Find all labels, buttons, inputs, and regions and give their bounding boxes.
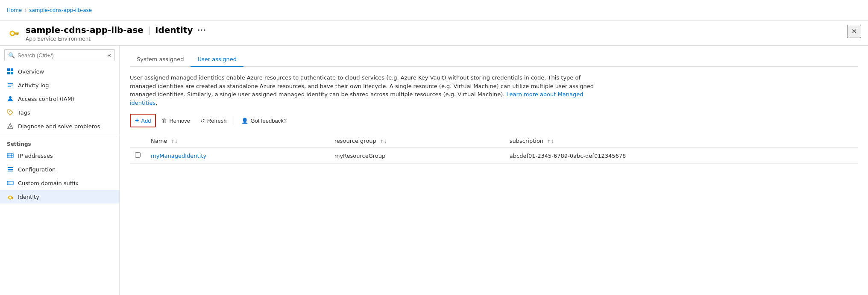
svg-rect-7 [11, 68, 13, 71]
main-layout: 🔍 « Overview Activity log Access control… [0, 46, 868, 295]
trash-icon: 🗑 [161, 118, 167, 124]
overview-label: Overview [18, 68, 44, 75]
overview-icon [7, 68, 14, 75]
ip-icon [7, 152, 14, 159]
search-icon: 🔍 [8, 52, 15, 59]
diagnose-icon [7, 123, 14, 130]
row-checkbox[interactable] [135, 152, 141, 158]
activity-icon [7, 82, 14, 88]
sidebar-item-overview[interactable]: Overview [0, 65, 119, 78]
breadcrumb-home[interactable]: Home [7, 7, 22, 13]
svg-rect-10 [8, 83, 13, 84]
svg-point-14 [9, 111, 10, 112]
svg-rect-28 [12, 197, 13, 198]
resource-icon [7, 26, 21, 39]
tab-user-assigned[interactable]: User assigned [191, 53, 243, 67]
svg-point-27 [9, 197, 12, 199]
search-input[interactable] [18, 52, 103, 59]
sidebar-item-tags[interactable]: Tags [0, 106, 119, 119]
sidebar-item-custom-domain[interactable]: Custom domain suffix [0, 176, 119, 190]
title-divider: | [148, 25, 151, 35]
identity-label: Identity [18, 194, 39, 200]
custom-domain-label: Custom domain suffix [18, 180, 79, 186]
sort-rg-icon: ↑↓ [380, 139, 387, 144]
identity-link[interactable]: myManagedIdentity [151, 153, 206, 159]
resource-name: sample-cdns-app-ilb-ase [26, 25, 144, 35]
identity-icon [7, 193, 14, 200]
svg-point-2 [11, 32, 14, 35]
col-checkbox [130, 134, 146, 148]
row-checkbox-cell[interactable] [130, 148, 146, 164]
row-resource-group: myResourceGroup [334, 153, 386, 159]
tab-system-assigned[interactable]: System assigned [130, 53, 191, 67]
add-label: Add [141, 118, 151, 124]
iam-icon [7, 95, 14, 102]
svg-rect-9 [11, 72, 13, 74]
page-header: sample-cdns-app-ilb-ase | Identity ··· A… [0, 21, 868, 46]
table-body: myManagedIdentity myResourceGroup abcdef… [130, 148, 858, 164]
toolbar-divider [234, 116, 234, 125]
row-name-cell: myManagedIdentity [146, 148, 329, 164]
sort-sub-icon: ↑↓ [547, 139, 554, 144]
svg-rect-6 [7, 68, 10, 71]
breadcrumb: Home › sample-cdns-app-ilb-ase [7, 7, 92, 13]
diagnose-label: Diagnose and solve problems [18, 123, 100, 130]
svg-rect-12 [8, 86, 11, 87]
col-name[interactable]: Name ↑↓ [146, 134, 329, 148]
activity-log-label: Activity log [18, 82, 49, 88]
iam-label: Access control (IAM) [18, 96, 74, 102]
ip-label: IP addresses [18, 153, 53, 159]
row-sub-cell: abcdef01-2345-6789-0abc-def012345678 [504, 148, 858, 164]
sidebar-item-iam[interactable]: Access control (IAM) [0, 92, 119, 106]
page-title: sample-cdns-app-ilb-ase | Identity ··· [26, 25, 842, 35]
svg-rect-4 [17, 34, 18, 35]
svg-rect-11 [8, 85, 13, 86]
feedback-button[interactable]: 👤 Got feedback? [237, 115, 291, 127]
description-text: User assigned managed identities enable … [130, 74, 600, 107]
svg-rect-5 [15, 34, 17, 35]
close-button[interactable]: ✕ [847, 25, 861, 38]
svg-rect-21 [8, 167, 13, 168]
sort-name-icon: ↑↓ [171, 139, 178, 144]
breadcrumb-bar: Home › sample-cdns-app-ilb-ase [0, 0, 868, 21]
sidebar-item-diagnose[interactable]: Diagnose and solve problems [0, 119, 119, 133]
domain-icon [7, 180, 14, 186]
refresh-button[interactable]: ↺ Refresh [196, 115, 232, 127]
feedback-label: Got feedback? [250, 118, 287, 124]
section-name: Identity [155, 25, 193, 35]
tags-label: Tags [18, 109, 30, 116]
sidebar-item-activity-log[interactable]: Activity log [0, 78, 119, 92]
resource-type: App Service Environment [26, 36, 842, 42]
svg-rect-23 [8, 171, 13, 171]
row-rg-cell: myResourceGroup [329, 148, 504, 164]
sidebar-item-ip-addresses[interactable]: IP addresses [0, 149, 119, 162]
config-label: Configuration [18, 166, 56, 173]
col-subscription[interactable]: subscription ↑↓ [504, 134, 858, 148]
svg-rect-3 [15, 32, 19, 34]
add-icon: + [135, 117, 139, 124]
col-resource-group[interactable]: resource group ↑↓ [329, 134, 504, 148]
settings-section-label: Settings [0, 137, 119, 149]
breadcrumb-resource[interactable]: sample-cdns-app-ilb-ase [29, 7, 92, 13]
content-area: System assigned User assigned User assig… [120, 46, 868, 295]
svg-point-16 [10, 127, 11, 128]
more-options[interactable]: ··· [197, 26, 206, 35]
sidebar-item-configuration[interactable]: Configuration [0, 162, 119, 176]
svg-point-13 [9, 96, 12, 99]
table-header: Name ↑↓ resource group ↑↓ subscription ↑… [130, 134, 858, 148]
config-icon [7, 166, 14, 173]
identity-table: Name ↑↓ resource group ↑↓ subscription ↑… [130, 134, 858, 164]
svg-rect-8 [7, 72, 10, 74]
sidebar: 🔍 « Overview Activity log Access control… [0, 46, 120, 295]
toolbar: + Add 🗑 Remove ↺ Refresh 👤 Got feedback? [130, 114, 858, 127]
collapse-button[interactable]: « [107, 52, 111, 59]
header-title-area: sample-cdns-app-ilb-ase | Identity ··· A… [26, 25, 842, 42]
tabs-container: System assigned User assigned [130, 53, 858, 67]
sidebar-divider [0, 135, 119, 135]
remove-button[interactable]: 🗑 Remove [157, 115, 194, 127]
add-button[interactable]: + Add [130, 114, 156, 127]
search-box[interactable]: 🔍 « [4, 49, 115, 61]
svg-rect-22 [8, 169, 13, 170]
svg-rect-24 [7, 181, 13, 185]
sidebar-item-identity[interactable]: Identity [0, 190, 119, 204]
